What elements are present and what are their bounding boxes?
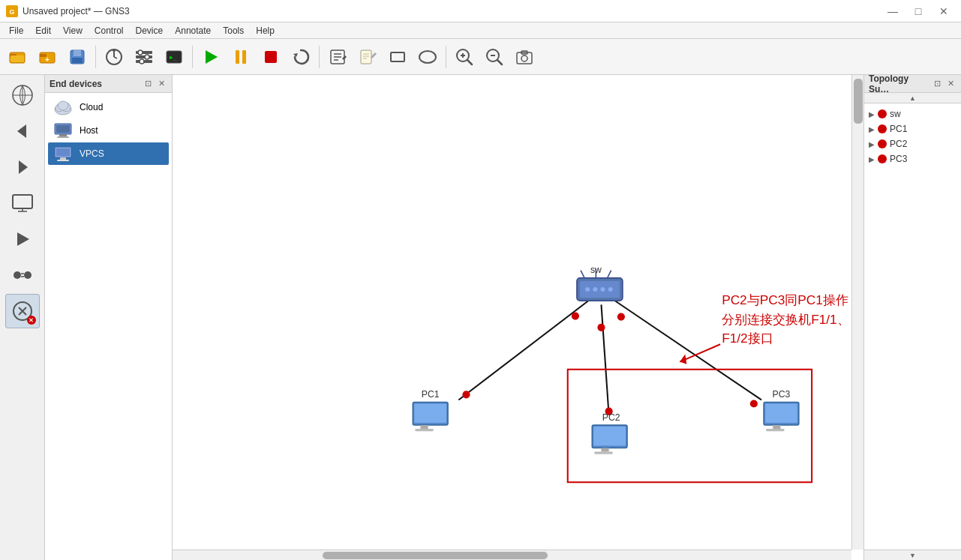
panel-controls: ⊡ ✕ [142,78,167,90]
topology-dot-sw [878,109,887,118]
play-button[interactable] [5,222,40,256]
svg-rect-75 [57,136,69,138]
vertical-scroll-thumb[interactable] [854,79,863,124]
topology-label-sw: sw [890,109,901,119]
stop-all-button[interactable] [257,43,285,71]
left-sidebar: ✕ [0,75,45,560]
vpcs-device-icon [53,145,74,162]
svg-line-43 [467,60,472,64]
svg-marker-25 [206,50,218,64]
panel-undock-button[interactable]: ⊡ [142,78,154,90]
svg-rect-77 [56,148,70,156]
display-button[interactable] [5,186,40,220]
svg-point-21 [145,55,149,59]
rect-button[interactable] [383,43,412,71]
device-item-cloud[interactable]: Cloud [48,96,169,118]
svg-line-98 [608,271,611,278]
terminal-button[interactable]: ▶_ [160,43,188,71]
canvas-scrollbar-vertical[interactable] [851,75,863,550]
menu-annotate[interactable]: Annotate [169,24,217,37]
svg-rect-40 [391,52,404,61]
note-button[interactable] [353,43,382,71]
topology-content: ▶ sw ▶ PC1 ▶ PC2 ▶ PC3 [864,103,961,550]
svg-rect-102 [420,425,428,429]
device-panel-header: End devices ⊡ ✕ [45,75,172,93]
svg-rect-78 [60,157,66,160]
svg-point-95 [608,287,613,292]
title-bar: G Unsaved project* — GNS3 — □ ✕ [0,0,961,22]
zoom-in-button[interactable] [450,43,479,71]
minimize-button[interactable]: — [881,4,904,19]
svg-rect-27 [242,50,246,64]
close-button[interactable]: ✕ [932,4,955,19]
svg-point-92 [585,287,590,292]
open-project-button[interactable] [3,43,32,71]
all-devices-button[interactable] [5,78,40,112]
svg-rect-4 [11,55,24,62]
cloud-device-icon [53,99,74,115]
screenshot-button[interactable] [510,43,539,71]
ellipse-button[interactable] [413,43,442,71]
svg-rect-79 [57,160,69,161]
menu-help[interactable]: Help [250,24,281,37]
vpcs-device-label: VPCS [80,148,104,159]
new-folder-button[interactable]: + [33,43,62,71]
topology-item-sw[interactable]: ▶ sw [867,106,958,121]
menu-tools[interactable]: Tools [217,24,250,37]
host-device-label: Host [80,125,98,136]
menu-view[interactable]: View [57,24,89,37]
panel-close-button[interactable]: ✕ [155,78,167,90]
svg-text:PC2与PC3同PC1操作，: PC2与PC3同PC1操作， [722,292,851,307]
svg-rect-107 [601,448,608,452]
menu-file[interactable]: File [3,24,29,37]
svg-point-71 [58,101,68,110]
topology-item-pc3[interactable]: ▶ PC3 [867,151,958,166]
svg-point-93 [593,287,597,292]
pause-all-button[interactable] [227,43,255,71]
snapshot-button[interactable] [100,43,128,71]
topology-panel: Topology Su… ⊡ ✕ ▲ ▶ sw ▶ PC1 ▶ PC [863,75,961,560]
svg-line-47 [497,60,502,64]
device-item-vpcs[interactable]: VPCS [48,142,169,165]
canvas-area[interactable]: sw PC1 PC2 [173,75,863,560]
topology-label-pc1: PC1 [890,124,907,134]
topology-scroll-down[interactable]: ▼ [864,550,961,560]
svg-text:PC1: PC1 [422,389,440,400]
svg-rect-74 [59,134,67,136]
menu-edit[interactable]: Edit [29,24,57,37]
topology-item-pc1[interactable]: ▶ PC1 [867,121,958,136]
topology-undock-button[interactable]: ⊡ [931,78,943,90]
svg-rect-26 [236,50,239,64]
svg-text:分别连接交换机F1/1、: 分别连接交换机F1/1、 [722,312,850,327]
menu-device[interactable]: Device [130,24,170,37]
device-list: Cloud Host [45,93,172,168]
reload-all-button[interactable] [287,43,315,71]
maximize-button[interactable]: □ [907,4,929,19]
start-all-button[interactable] [197,43,225,71]
device-item-host[interactable]: Host [48,119,169,142]
manage-nodes-button[interactable] [5,258,40,292]
svg-line-81 [601,304,608,415]
zoom-out-button[interactable] [480,43,509,71]
save-button[interactable] [63,43,92,71]
svg-line-96 [581,271,584,278]
topology-item-pc2[interactable]: ▶ PC2 [867,136,958,151]
back-button[interactable] [5,114,40,148]
toolbar-sep-1 [95,46,96,68]
topology-dot-pc2 [878,139,887,148]
canvas-scrollbar-horizontal[interactable] [173,550,851,560]
forward-button[interactable] [5,150,40,184]
device-panel-title: End devices [50,79,102,89]
title-bar-left: G Unsaved project* — GNS3 [6,5,130,17]
error-button[interactable]: ✕ [5,294,40,328]
edit-button[interactable] [323,43,352,71]
network-canvas: sw PC1 PC2 [173,75,851,550]
topology-close-button[interactable]: ✕ [944,78,956,90]
toolbar-sep-3 [319,46,320,68]
topology-panel-title: Topology Su… [869,73,931,94]
topology-scroll-up[interactable]: ▲ [864,93,961,103]
menu-control[interactable]: Control [89,24,130,37]
svg-point-94 [600,287,605,292]
horizontal-scroll-thumb[interactable] [323,552,548,559]
preferences-button[interactable] [130,43,158,71]
